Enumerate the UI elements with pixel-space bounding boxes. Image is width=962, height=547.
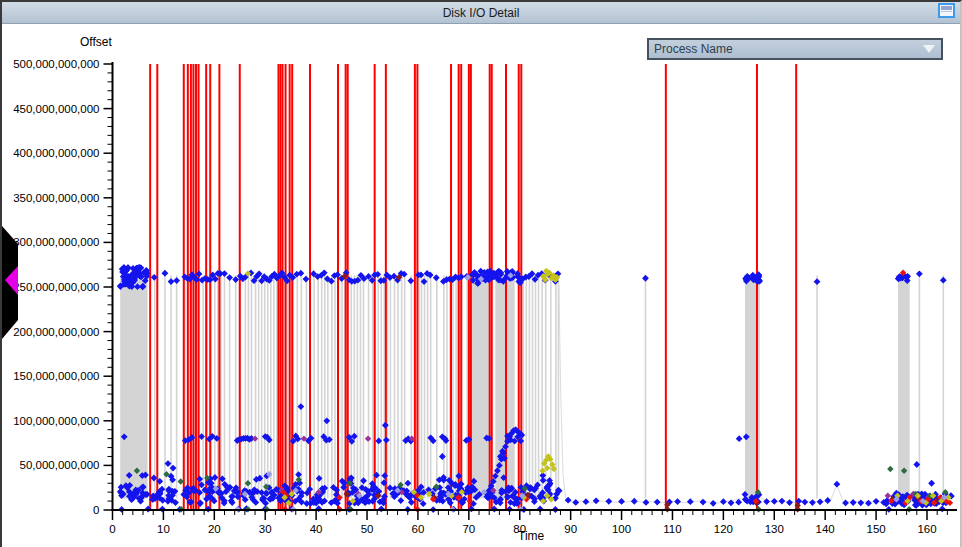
svg-text:10: 10	[157, 523, 170, 535]
svg-text:300,000,000,000: 300,000,000,000	[13, 236, 99, 248]
process-name-dropdown[interactable]: Process Name	[647, 38, 943, 60]
svg-text:150: 150	[866, 523, 885, 535]
svg-text:110: 110	[663, 523, 681, 535]
svg-text:400,000,000,000: 400,000,000,000	[13, 147, 99, 159]
disk-io-chart[interactable]: 050,000,000,000100,000,000,000150,000,00…	[2, 2, 962, 547]
process-dropdown-value: Process Name	[649, 42, 733, 56]
svg-text:120: 120	[714, 523, 733, 535]
left-edge-marker[interactable]	[2, 226, 18, 339]
svg-text:160: 160	[917, 523, 936, 535]
svg-text:30: 30	[259, 523, 272, 535]
svg-text:200,000,000,000: 200,000,000,000	[13, 326, 99, 338]
chevron-down-icon	[923, 45, 935, 53]
svg-text:0: 0	[109, 523, 115, 535]
svg-text:100: 100	[612, 523, 631, 535]
svg-text:50: 50	[361, 523, 374, 535]
svg-text:140: 140	[816, 523, 835, 535]
svg-text:150,000,000,000: 150,000,000,000	[13, 370, 99, 382]
window-title: Disk I/O Detail	[443, 6, 520, 20]
x-axis-title: Time	[518, 529, 544, 543]
svg-text:90: 90	[564, 523, 577, 535]
svg-text:350,000,000,000: 350,000,000,000	[13, 192, 99, 204]
svg-text:130: 130	[765, 523, 784, 535]
disk-io-detail-window: 050,000,000,000100,000,000,000150,000,00…	[0, 0, 962, 547]
svg-text:0: 0	[93, 504, 99, 516]
svg-text:20: 20	[208, 523, 221, 535]
svg-text:40: 40	[310, 523, 323, 535]
svg-text:250,000,000,000: 250,000,000,000	[13, 281, 99, 293]
gray-connectors	[122, 275, 943, 498]
svg-text:70: 70	[462, 523, 475, 535]
svg-text:100,000,000,000: 100,000,000,000	[13, 415, 99, 427]
y-axis-title: Offset	[80, 35, 112, 49]
svg-text:50,000,000,000: 50,000,000,000	[20, 459, 100, 471]
svg-text:450,000,000,000: 450,000,000,000	[13, 103, 99, 115]
title-bar: Disk I/O Detail	[2, 2, 960, 24]
svg-text:500,000,000,000: 500,000,000,000	[13, 58, 99, 70]
svg-text:60: 60	[412, 523, 425, 535]
window-restore-icon[interactable]	[938, 3, 955, 18]
